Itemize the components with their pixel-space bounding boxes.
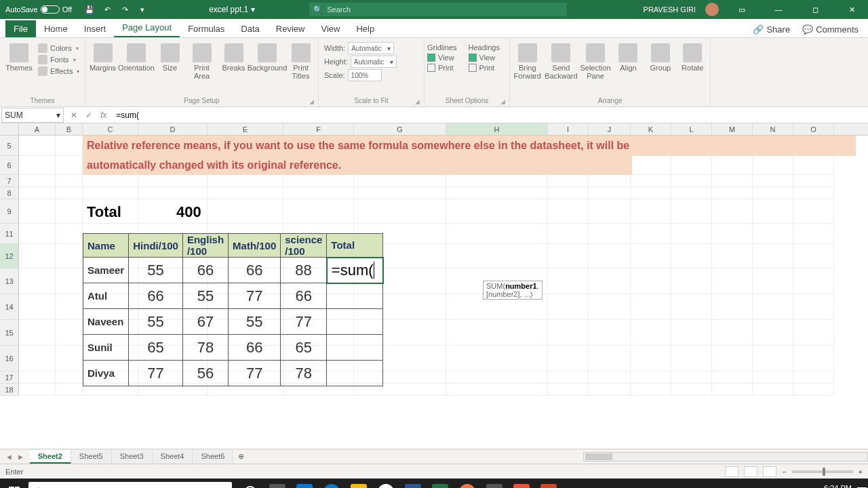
- minimize-icon[interactable]: —: [765, 0, 792, 19]
- cell[interactable]: 66: [229, 335, 281, 361]
- start-button[interactable]: [0, 479, 28, 488]
- col-header-O[interactable]: O: [793, 123, 834, 135]
- gridlines-print-check[interactable]: Print: [427, 64, 466, 72]
- cell[interactable]: 78: [182, 335, 228, 361]
- active-cell[interactable]: =sum(: [327, 258, 383, 283]
- close-icon[interactable]: ✕: [838, 0, 865, 19]
- firefox-icon[interactable]: [454, 479, 480, 488]
- cell[interactable]: 66: [129, 283, 183, 309]
- cell[interactable]: 66: [281, 283, 327, 309]
- fonts-button[interactable]: Fonts: [38, 55, 79, 64]
- background-button[interactable]: Background: [251, 42, 283, 72]
- col-header-N[interactable]: N: [753, 123, 793, 135]
- cell[interactable]: [327, 361, 383, 386]
- col-header-B[interactable]: B: [56, 123, 83, 135]
- select-all-corner[interactable]: [0, 123, 19, 135]
- cell[interactable]: 66: [182, 258, 228, 283]
- cell[interactable]: Naveen: [83, 309, 129, 335]
- orientation-button[interactable]: Orientation: [120, 42, 153, 72]
- comments-button[interactable]: 💬Comments: [798, 22, 863, 37]
- share-button[interactable]: 🔗Share: [749, 22, 794, 37]
- col-header-E[interactable]: E: [208, 123, 283, 135]
- cell[interactable]: 55: [129, 258, 183, 283]
- tab-home[interactable]: Home: [36, 20, 76, 37]
- tab-page-layout[interactable]: Page Layout: [114, 19, 180, 37]
- add-sheet-button[interactable]: ⊕: [233, 452, 248, 461]
- col-header-H[interactable]: H: [446, 123, 548, 135]
- row-header-11[interactable]: 11: [0, 224, 18, 244]
- row-header-9[interactable]: 9: [0, 199, 18, 224]
- page-layout-view-button[interactable]: [744, 466, 757, 477]
- cell[interactable]: Atul: [83, 283, 129, 309]
- themes-button[interactable]: Themes: [3, 42, 35, 72]
- normal-view-button[interactable]: [725, 466, 738, 477]
- tab-data[interactable]: Data: [233, 20, 267, 37]
- tab-review[interactable]: Review: [268, 20, 313, 37]
- avatar[interactable]: [705, 3, 719, 16]
- col-header-M[interactable]: M: [712, 123, 753, 135]
- cell[interactable]: Sameer: [83, 258, 129, 283]
- name-box[interactable]: SUM▾: [1, 108, 64, 123]
- cancel-icon[interactable]: ✕: [71, 110, 77, 120]
- tab-view[interactable]: View: [313, 20, 348, 37]
- excel-icon[interactable]: [427, 479, 453, 488]
- group-button[interactable]: Group: [646, 42, 675, 72]
- task-view-icon[interactable]: [264, 479, 290, 488]
- row-header-8[interactable]: 8: [0, 187, 18, 199]
- cell[interactable]: Sunil: [83, 335, 129, 361]
- undo-icon[interactable]: ↶: [102, 4, 113, 15]
- sheet-tab-sheet2[interactable]: Sheet2: [30, 450, 71, 464]
- page-break-view-button[interactable]: [763, 466, 776, 477]
- height-select[interactable]: Automatic▾: [351, 56, 397, 68]
- tab-formulas[interactable]: Formulas: [180, 20, 233, 37]
- chrome-icon[interactable]: [373, 479, 399, 488]
- outlook-icon[interactable]: [292, 479, 317, 488]
- enter-icon[interactable]: ✓: [85, 110, 92, 120]
- width-select[interactable]: Automatic▾: [348, 42, 394, 54]
- align-button[interactable]: Align: [614, 42, 643, 72]
- cell[interactable]: 55: [182, 283, 228, 309]
- col-header-C[interactable]: C: [83, 123, 138, 135]
- taskbar-search[interactable]: 🔍Type here to search: [28, 482, 232, 488]
- headings-print-check[interactable]: Print: [469, 64, 507, 72]
- clock[interactable]: 6:24 PM6/4/2020: [823, 484, 852, 488]
- scale-input[interactable]: 100%: [348, 69, 382, 81]
- cell[interactable]: 55: [129, 309, 183, 335]
- sheet-nav[interactable]: ◄►: [0, 453, 30, 461]
- cell[interactable]: 77: [229, 361, 281, 386]
- document-name[interactable]: excel ppt.1 ▾: [209, 5, 255, 14]
- app-icon[interactable]: [509, 479, 534, 488]
- cell[interactable]: 66: [229, 258, 281, 283]
- qat-more-icon[interactable]: ▾: [137, 4, 148, 15]
- horizontal-scrollbar[interactable]: [583, 452, 868, 462]
- user-name[interactable]: PRAVESH GIRI: [644, 5, 696, 14]
- scroll-thumb[interactable]: [585, 453, 612, 460]
- tab-file[interactable]: File: [5, 20, 36, 37]
- settings-icon[interactable]: [481, 479, 507, 488]
- breaks-button[interactable]: Breaks: [219, 42, 248, 72]
- cell[interactable]: 65: [129, 335, 183, 361]
- col-header-J[interactable]: J: [589, 123, 631, 135]
- send-backward-button[interactable]: Send Backward: [545, 42, 577, 80]
- fx-icon[interactable]: fx: [100, 110, 106, 120]
- row-header-18[interactable]: 18: [0, 384, 18, 396]
- cell[interactable]: [327, 335, 383, 361]
- search-input[interactable]: 🔍 Search: [309, 3, 567, 16]
- formula-input[interactable]: =sum(: [113, 110, 868, 120]
- col-header-F[interactable]: F: [283, 123, 354, 135]
- autosave-toggle[interactable]: AutoSave Off: [0, 5, 77, 14]
- print-area-button[interactable]: Print Area: [187, 42, 216, 80]
- col-header-G[interactable]: G: [354, 123, 446, 135]
- row-header-14[interactable]: 14: [0, 294, 18, 320]
- rotate-button[interactable]: Rotate: [678, 42, 707, 72]
- next-sheet-icon[interactable]: ►: [17, 453, 24, 461]
- zoom-slider[interactable]: [792, 470, 853, 473]
- dialog-launcher-icon[interactable]: ◢: [500, 98, 505, 105]
- cell[interactable]: 77: [229, 283, 281, 309]
- maximize-icon[interactable]: ◻: [802, 0, 829, 19]
- cell[interactable]: 88: [281, 258, 327, 283]
- cell[interactable]: 78: [281, 361, 327, 386]
- dialog-launcher-icon[interactable]: ◢: [309, 98, 314, 105]
- cell[interactable]: 67: [182, 309, 228, 335]
- row-header-7[interactable]: 7: [0, 175, 18, 187]
